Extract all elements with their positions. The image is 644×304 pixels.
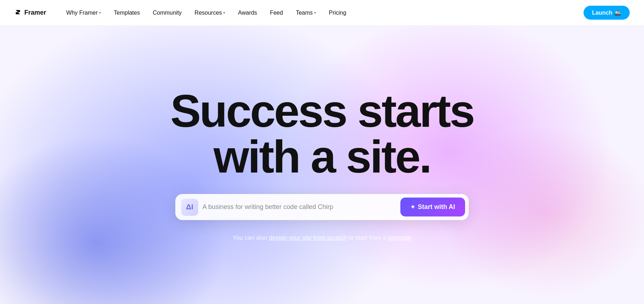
hero-subtext: You can also design your site from scrat… [233,234,411,241]
logo-link[interactable]: Framer [14,9,46,16]
nav-item-awards[interactable]: Awards [232,7,263,19]
framer-logo-icon [14,9,21,16]
nav-item-teams[interactable]: Teams ▾ [290,7,322,19]
sparkle-icon: ✦ [410,204,415,210]
search-input[interactable] [203,203,396,211]
chevron-down-icon: ▾ [314,11,316,15]
chevron-down-icon: ▾ [223,11,225,15]
nav-items: Why Framer ▾ Templates Community Resourc… [60,7,584,19]
hero-title: Success starts with a site. [170,88,474,180]
design-from-scratch-link[interactable]: design your site from scratch [269,234,347,241]
ai-icon: ΔI [181,199,198,216]
nav-item-resources[interactable]: Resources ▾ [189,7,231,19]
nav-item-feed[interactable]: Feed [264,7,288,19]
nav-item-templates[interactable]: Templates [108,7,146,19]
start-ai-button[interactable]: ✦ Start with AI [400,198,465,216]
hero-section: Success starts with a site. ΔI ✦ Start w… [0,0,644,304]
launch-button[interactable]: Launch 🚢 [584,6,630,20]
template-link[interactable]: template [388,234,411,241]
nav-item-why-framer[interactable]: Why Framer ▾ [60,7,107,19]
chevron-down-icon: ▾ [99,11,101,15]
logo-text: Framer [24,9,46,16]
search-container: ΔI ✦ Start with AI [175,194,469,220]
nav-item-community[interactable]: Community [147,7,187,19]
nav-item-pricing[interactable]: Pricing [323,7,352,19]
navbar: Framer Why Framer ▾ Templates Community … [0,0,644,26]
hero-content: Success starts with a site. ΔI ✦ Start w… [170,88,474,241]
